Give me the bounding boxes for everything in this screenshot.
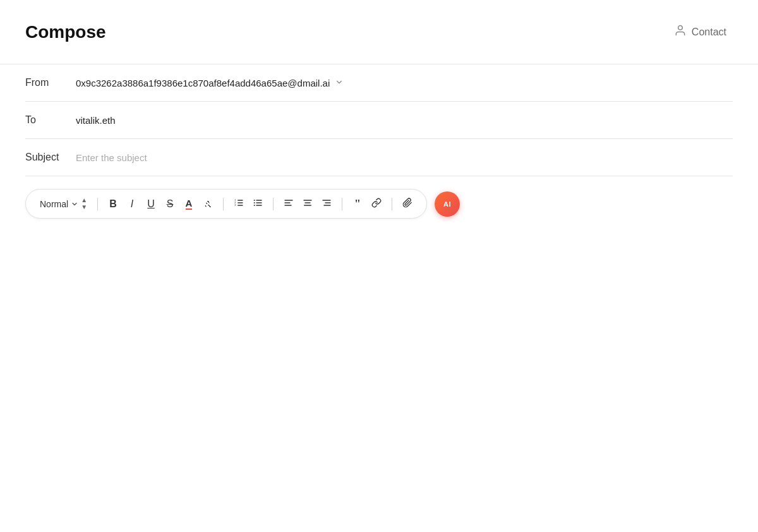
toolbar-wrapper: Normal ▲ ▼ B I U S <box>25 189 733 219</box>
link-button[interactable] <box>368 195 385 213</box>
contact-icon <box>674 24 687 40</box>
blockquote-icon: " <box>354 198 361 210</box>
to-label: To <box>25 114 76 126</box>
strikethrough-button[interactable]: S <box>161 195 179 213</box>
subject-label: Subject <box>25 152 76 163</box>
svg-point-10 <box>254 200 255 201</box>
ordered-list-icon: 1 2 3 <box>234 198 244 210</box>
bold-button[interactable]: B <box>104 195 122 213</box>
svg-text:3: 3 <box>234 203 236 207</box>
subject-field-row: Subject <box>25 139 733 176</box>
align-right-icon <box>322 198 332 210</box>
from-label: From <box>25 77 76 88</box>
text-format-group: B I U S A A <box>104 195 217 213</box>
divider-4 <box>342 198 342 210</box>
to-field-row: To <box>25 102 733 139</box>
divider-3 <box>273 198 274 210</box>
attachment-group <box>399 195 416 213</box>
alignment-group <box>280 195 335 213</box>
unordered-list-icon <box>253 198 263 210</box>
ordered-list-button[interactable]: 1 2 3 <box>230 195 248 213</box>
font-highlight-a-icon: A <box>205 198 212 209</box>
italic-button[interactable]: I <box>123 195 141 213</box>
header: Compose Contact <box>25 20 733 44</box>
updown-arrows-icon: ▲ ▼ <box>81 197 87 210</box>
divider-5 <box>392 198 392 210</box>
contact-button[interactable]: Contact <box>668 20 733 44</box>
paperclip-icon <box>402 198 412 210</box>
align-center-button[interactable] <box>299 195 316 213</box>
font-color-button[interactable]: A <box>180 195 198 213</box>
page-title: Compose <box>25 22 106 42</box>
text-style-label: Normal <box>40 199 68 209</box>
font-highlight-button[interactable]: A <box>199 195 217 213</box>
divider-2 <box>223 198 224 210</box>
style-selector-chevron-icon <box>71 200 78 208</box>
quote-link-group: " <box>349 195 385 213</box>
formatting-toolbar: Normal ▲ ▼ B I U S <box>25 189 427 219</box>
subject-input[interactable] <box>76 152 733 163</box>
font-color-a-icon: A <box>186 198 193 210</box>
unordered-list-button[interactable] <box>249 195 267 213</box>
from-dropdown-button[interactable]: 0x9c3262a3886a1f9386e1c870af8ef4add46a65… <box>76 78 344 88</box>
page-container: Compose Contact From 0x9c3262a3886a1f938… <box>0 0 758 532</box>
compose-body[interactable] <box>25 219 733 408</box>
contact-label: Contact <box>692 27 726 38</box>
divider-1 <box>97 198 98 210</box>
list-format-group: 1 2 3 <box>230 195 267 213</box>
align-center-icon <box>303 198 313 210</box>
svg-point-12 <box>254 205 255 206</box>
chevron-down-icon <box>335 78 344 88</box>
text-style-selector[interactable]: Normal ▲ ▼ <box>36 195 91 213</box>
blockquote-button[interactable]: " <box>349 195 366 213</box>
align-left-button[interactable] <box>280 195 298 213</box>
align-left-icon <box>284 198 294 210</box>
link-icon <box>371 198 382 210</box>
style-selector-group: Normal ▲ ▼ <box>36 195 91 213</box>
svg-point-0 <box>678 26 683 30</box>
svg-point-11 <box>254 202 255 203</box>
ai-compose-button[interactable]: AI <box>435 191 460 217</box>
from-field-row: From 0x9c3262a3886a1f9386e1c870af8ef4add… <box>25 64 733 102</box>
ai-label: AI <box>443 200 451 208</box>
to-input[interactable] <box>76 115 733 126</box>
attachment-button[interactable] <box>399 195 416 213</box>
from-address: 0x9c3262a3886a1f9386e1c870af8ef4add46a65… <box>76 78 330 88</box>
align-right-button[interactable] <box>318 195 335 213</box>
underline-button[interactable]: U <box>142 195 160 213</box>
